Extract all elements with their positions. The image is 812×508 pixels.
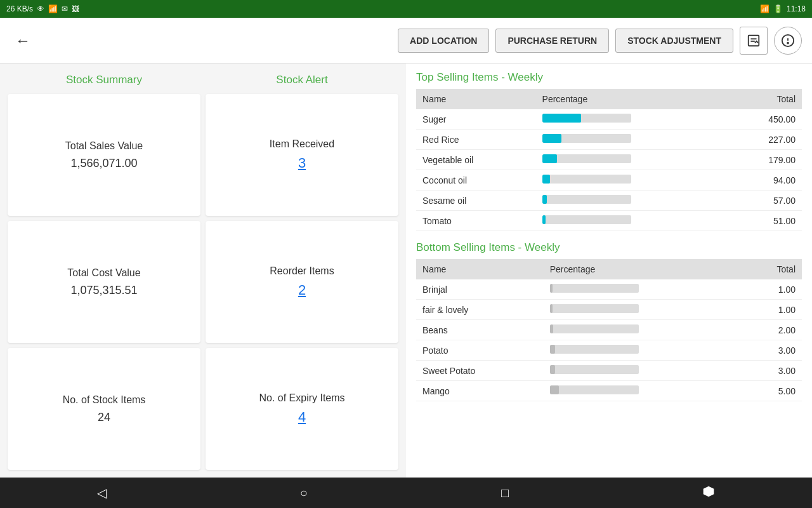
table-row: Coconut oil 94.00 bbox=[416, 170, 802, 190]
bar-container bbox=[542, 154, 631, 163]
stock-adjustment-button[interactable]: STOCK ADJUSTMENT bbox=[615, 29, 733, 53]
no-stock-items-title: No. of Stock Items bbox=[63, 394, 146, 406]
item-percentage bbox=[544, 340, 741, 361]
battery-icon: 🔋 bbox=[773, 4, 783, 13]
cards-row-2: Total Cost Value 1,075,315.51 Reorder It… bbox=[8, 221, 398, 343]
table-row: Suger 450.00 bbox=[416, 109, 802, 130]
panel-headers: Stock Summary Stock Alert bbox=[8, 71, 398, 89]
total-sales-value-title: Total Sales Value bbox=[65, 140, 143, 152]
stock-alert-header: Stock Alert bbox=[206, 71, 398, 89]
bottom-col-total: Total bbox=[741, 259, 802, 279]
item-total: 3.00 bbox=[741, 340, 802, 361]
bar-fill bbox=[542, 195, 547, 204]
reorder-items-value[interactable]: 2 bbox=[298, 282, 306, 298]
item-name: Beans bbox=[416, 320, 544, 340]
item-percentage bbox=[544, 361, 741, 381]
purchase-return-button[interactable]: PURCHASE RETURN bbox=[495, 29, 609, 53]
top-selling-title: Top Selling Items - Weekly bbox=[416, 71, 802, 84]
item-total: 1.00 bbox=[741, 279, 802, 300]
item-name: fair & lovely bbox=[416, 300, 544, 320]
item-name: Coconut oil bbox=[416, 170, 536, 190]
table-row: Sweet Potato 3.00 bbox=[416, 361, 802, 381]
total-sales-value-amount: 1,566,071.00 bbox=[70, 157, 137, 170]
left-panel: Stock Summary Stock Alert Total Sales Va… bbox=[0, 64, 406, 478]
eye-icon: 👁 bbox=[37, 4, 44, 13]
nav-home-button[interactable]: ○ bbox=[285, 481, 323, 505]
top-col-percentage: Percentage bbox=[536, 89, 727, 109]
bar-fill bbox=[542, 114, 582, 123]
reorder-items-card[interactable]: Reorder Items 2 bbox=[206, 221, 398, 343]
total-cost-value-amount: 1,075,315.51 bbox=[70, 284, 137, 297]
item-percentage bbox=[536, 150, 727, 170]
bottom-nav: ◁ ○ □ bbox=[0, 478, 812, 508]
signal-icon: 📶 bbox=[48, 4, 58, 13]
bar-fill bbox=[542, 215, 546, 224]
bar-container bbox=[542, 134, 631, 143]
top-col-name: Name bbox=[416, 89, 536, 109]
wifi-icon: 📶 bbox=[760, 4, 769, 13]
table-row: Brinjal 1.00 bbox=[416, 279, 802, 300]
bar-container bbox=[542, 114, 631, 123]
top-bar: ← ADD LOCATION PURCHASE RETURN STOCK ADJ… bbox=[0, 18, 812, 64]
item-total: 94.00 bbox=[727, 170, 802, 190]
reorder-items-title: Reorder Items bbox=[270, 265, 334, 277]
item-percentage bbox=[536, 109, 727, 130]
bar-fill bbox=[550, 324, 554, 333]
bar-container bbox=[550, 385, 639, 394]
item-received-value[interactable]: 3 bbox=[298, 155, 306, 171]
item-percentage bbox=[536, 130, 727, 150]
table-row: Mango 5.00 bbox=[416, 381, 802, 401]
bar-fill bbox=[550, 345, 555, 354]
item-total: 450.00 bbox=[727, 109, 802, 130]
item-total: 3.00 bbox=[741, 361, 802, 381]
top-selling-table: Name Percentage Total Suger 450.00 Red R… bbox=[416, 89, 802, 231]
item-percentage bbox=[536, 170, 727, 190]
table-row: fair & lovely 1.00 bbox=[416, 300, 802, 320]
bar-fill bbox=[542, 154, 558, 163]
status-bar-right: 📶 🔋 11:18 bbox=[760, 4, 806, 13]
nav-back-button[interactable]: ◁ bbox=[82, 480, 122, 505]
right-panel: Top Selling Items - Weekly Name Percenta… bbox=[406, 64, 812, 478]
bar-container bbox=[550, 365, 639, 374]
item-received-card[interactable]: Item Received 3 bbox=[206, 94, 398, 216]
stock-summary-header: Stock Summary bbox=[8, 71, 200, 89]
nav-recent-button[interactable]: □ bbox=[486, 481, 524, 505]
item-received-title: Item Received bbox=[270, 138, 334, 150]
bar-container bbox=[550, 345, 639, 354]
table-row: Beans 2.00 bbox=[416, 320, 802, 340]
bottom-selling-title: Bottom Selling Items - Weekly bbox=[416, 241, 802, 254]
total-sales-value-card: Total Sales Value 1,566,071.00 bbox=[8, 94, 200, 216]
table-row: Vegetable oil 179.00 bbox=[416, 150, 802, 170]
no-expiry-items-title: No. of Expiry Items bbox=[259, 392, 344, 404]
action-buttons: ADD LOCATION PURCHASE RETURN STOCK ADJUS… bbox=[398, 27, 802, 55]
bar-container bbox=[550, 284, 639, 293]
time-display: 11:18 bbox=[787, 4, 806, 13]
report-icon-button[interactable] bbox=[740, 27, 768, 55]
bar-fill bbox=[550, 304, 553, 313]
nav-menu-button[interactable] bbox=[687, 480, 730, 506]
cards-row-1: Total Sales Value 1,566,071.00 Item Rece… bbox=[8, 94, 398, 216]
no-expiry-items-value[interactable]: 4 bbox=[298, 409, 306, 425]
bar-container bbox=[550, 304, 639, 313]
item-name: Red Rice bbox=[416, 130, 536, 150]
item-percentage bbox=[544, 320, 741, 340]
alert-icon-button[interactable] bbox=[774, 27, 802, 55]
add-location-button[interactable]: ADD LOCATION bbox=[398, 29, 489, 53]
item-name: Tomato bbox=[416, 211, 536, 231]
bar-container bbox=[542, 215, 631, 224]
item-total: 57.00 bbox=[727, 190, 802, 211]
item-name: Sesame oil bbox=[416, 190, 536, 211]
bar-container bbox=[542, 195, 631, 204]
back-button[interactable]: ← bbox=[10, 27, 36, 55]
item-total: 2.00 bbox=[741, 320, 802, 340]
item-percentage bbox=[536, 211, 727, 231]
item-total: 179.00 bbox=[727, 150, 802, 170]
item-name: Brinjal bbox=[416, 279, 544, 300]
bar-container bbox=[550, 324, 639, 333]
item-percentage bbox=[544, 381, 741, 401]
no-expiry-items-card[interactable]: No. of Expiry Items 4 bbox=[206, 348, 398, 470]
svg-point-5 bbox=[787, 42, 789, 43]
bar-fill bbox=[542, 175, 551, 184]
main-content: Stock Summary Stock Alert Total Sales Va… bbox=[0, 64, 812, 478]
table-row: Sesame oil 57.00 bbox=[416, 190, 802, 211]
